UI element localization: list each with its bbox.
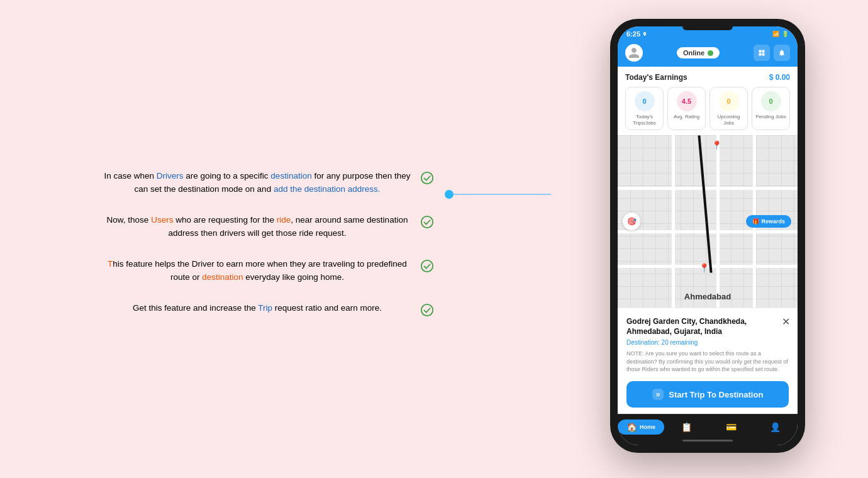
- stat-bubble-upcoming: 0: [719, 91, 739, 111]
- btn-arrows-icon: »: [652, 389, 664, 400]
- stat-bubble-trips: 0: [635, 91, 655, 111]
- home-nav-icon: 🏠: [626, 422, 637, 432]
- map-area[interactable]: 📍 📍 🎯 🎁 Rewards Ahmedabad: [618, 135, 798, 308]
- wifi-icon: 📶: [772, 31, 779, 37]
- grid-icon: [758, 49, 765, 57]
- annotation-item-3: This feature helps the Driver to earn mo…: [101, 258, 434, 284]
- start-trip-label: Start Trip To Destination: [669, 390, 763, 399]
- bottom-nav: 🏠 Home 📋 💳 👤: [618, 414, 798, 437]
- annotation-text-3: This feature helps the Driver to earn mo…: [108, 259, 407, 282]
- earnings-header: Today's Earnings $ 0.00: [625, 73, 790, 82]
- nav-item-profile[interactable]: 👤: [753, 422, 798, 432]
- bell-icon-btn[interactable]: [774, 45, 790, 61]
- jobs-nav-icon: 📋: [681, 422, 692, 432]
- nav-item-home[interactable]: 🏠 Home: [618, 420, 664, 435]
- stat-bubble-pending: 0: [761, 91, 781, 111]
- annotation-text-2: Now, those Users who are requesting for …: [107, 215, 408, 238]
- stat-card-upcoming: 0 Upcoming Jobs: [709, 87, 748, 130]
- popup-title: Godrej Garden City, Chandkheda, Ahmedaba…: [626, 317, 789, 336]
- check-icon-2: [420, 215, 434, 229]
- destination-badge: Destination: 20 remaining: [626, 339, 789, 346]
- annotation-area: In case when Drivers are going to a spec…: [101, 170, 434, 335]
- app-header: Online: [618, 40, 798, 67]
- annotation-text-4: Get this feature and increase the Trip r…: [133, 303, 382, 313]
- online-toggle[interactable]: Online: [677, 47, 720, 58]
- road-vertical-1: [672, 135, 675, 308]
- status-bar: 6:25 📶 🔋: [618, 26, 798, 40]
- earnings-section: Today's Earnings $ 0.00 0 Today's Trips/…: [618, 67, 798, 135]
- home-bar: [682, 440, 733, 442]
- location-icon: [642, 31, 647, 36]
- destination-pin: 📍: [711, 140, 722, 150]
- check-icon-4: [420, 303, 434, 317]
- online-status-dot: [708, 50, 713, 56]
- connector-line-horizontal: [453, 194, 551, 195]
- home-indicator: [618, 437, 798, 445]
- destination-popup: ✕ Godrej Garden City, Chandkheda, Ahmeda…: [618, 308, 798, 414]
- status-time: 6:25: [626, 30, 647, 38]
- rewards-icon: 🎁: [752, 218, 759, 225]
- annotation-item-4: Get this feature and increase the Trip r…: [101, 302, 434, 317]
- stat-label-trips: Today's Trips/Jobs: [628, 114, 660, 126]
- annotation-item-1: In case when Drivers are going to a spec…: [101, 170, 434, 196]
- stat-label-pending: Pending Jobs: [755, 114, 786, 120]
- connector-line: [445, 190, 551, 199]
- rewards-button[interactable]: 🎁 Rewards: [746, 215, 791, 228]
- stat-bubble-rating: 4.5: [677, 91, 697, 111]
- location-center-button[interactable]: 🎯: [623, 213, 640, 230]
- stat-card-trips: 0 Today's Trips/Jobs: [625, 87, 664, 130]
- popup-close-button[interactable]: ✕: [782, 316, 790, 328]
- avatar[interactable]: [625, 44, 643, 62]
- earnings-title: Today's Earnings: [625, 73, 687, 82]
- home-nav-label: Home: [640, 424, 655, 430]
- svg-point-1: [421, 216, 433, 228]
- battery-icon: 🔋: [782, 31, 789, 37]
- earnings-amount: $ 0.00: [769, 73, 790, 82]
- road-horizontal-1: [618, 187, 798, 190]
- origin-pin: 📍: [699, 263, 709, 273]
- nav-item-jobs[interactable]: 📋: [664, 422, 709, 432]
- status-icons: 📶 🔋: [772, 31, 789, 37]
- online-label: Online: [683, 49, 704, 57]
- connector-dot: [445, 190, 453, 199]
- rewards-label: Rewards: [761, 218, 785, 225]
- stats-row: 0 Today's Trips/Jobs 4.5 Avg. Rating 0 U…: [625, 87, 790, 130]
- stat-card-pending: 0 Pending Jobs: [752, 87, 790, 130]
- header-right-icons: [754, 45, 790, 61]
- check-icon-3: [420, 259, 434, 273]
- phone-screen: 6:25 📶 🔋 Online: [618, 26, 798, 445]
- notch-pill: [682, 26, 733, 30]
- road-vertical-2: [716, 135, 720, 308]
- stat-label-upcoming: Upcoming Jobs: [713, 114, 745, 126]
- stat-label-rating: Avg. Rating: [674, 114, 699, 120]
- nav-item-wallet[interactable]: 💳: [709, 422, 754, 432]
- bell-icon: [778, 49, 786, 57]
- annotation-text-1: In case when Drivers are going to a spec…: [104, 171, 410, 194]
- svg-point-0: [421, 172, 433, 184]
- user-avatar-icon: [628, 47, 640, 59]
- nav-home-active: 🏠 Home: [618, 420, 664, 435]
- profile-nav-icon: 👤: [770, 422, 781, 432]
- phone-frame: 6:25 📶 🔋 Online: [610, 19, 805, 453]
- start-trip-button[interactable]: » Start Trip To Destination: [626, 381, 789, 408]
- wallet-nav-icon: 💳: [726, 422, 737, 432]
- popup-note: NOTE: Are you sure you want to select th…: [626, 350, 789, 374]
- svg-point-2: [421, 260, 433, 272]
- grid-icon-btn[interactable]: [754, 45, 770, 61]
- annotation-item-2: Now, those Users who are requesting for …: [101, 214, 434, 240]
- stat-card-rating: 4.5 Avg. Rating: [667, 87, 706, 130]
- map-city-label: Ahmedabad: [684, 292, 731, 301]
- svg-point-3: [421, 304, 433, 315]
- check-icon-1: [420, 171, 434, 185]
- map-background: 📍 📍 🎯 🎁 Rewards Ahmedabad: [618, 135, 798, 308]
